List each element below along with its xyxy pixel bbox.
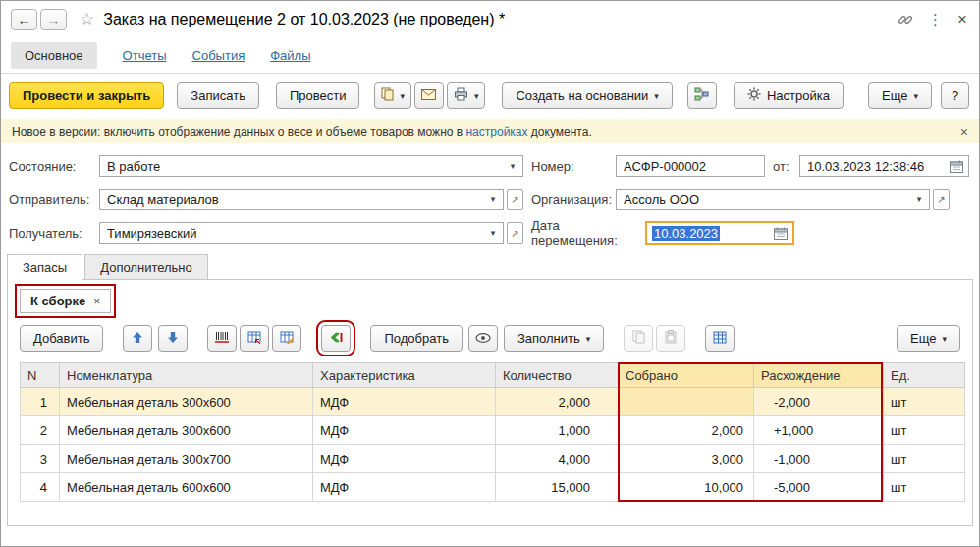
check-collected-button[interactable] [321,325,351,352]
cell-collected[interactable] [619,388,754,416]
header-collected[interactable]: Собрано [619,363,754,388]
cell-characteristic[interactable]: МДФ [313,388,496,416]
cell-quantity[interactable]: 1,000 [496,416,619,445]
fill-button[interactable]: Заполнить ▾ [504,325,604,352]
print-button[interactable]: ▾ [447,82,486,109]
cell-unit[interactable]: шт [884,416,965,445]
header-discrepancy[interactable]: Расхождение [754,363,884,388]
pick-items-button[interactable]: Подобрать [370,325,462,352]
tab-files[interactable]: Файлы [270,48,310,63]
open-receiver-button[interactable]: ↗ [507,222,523,244]
more-button[interactable]: Еще ▾ [868,82,932,109]
table-row[interactable]: 1 Мебельная деталь 300х600 МДФ 2,000 -2,… [21,388,965,416]
cell-discrepancy[interactable]: -2,000 [754,388,884,416]
banner-close-icon[interactable]: × [960,124,968,139]
filter-chip-to-assemble[interactable]: К сборке × [20,289,111,313]
cell-collected[interactable]: 3,000 [619,445,754,473]
receiver-label: Получатель: [9,226,99,241]
calendar-icon[interactable] [771,223,790,243]
scan-barcode-button[interactable] [207,325,237,352]
chevron-down-icon: ▾ [400,91,405,101]
banner-settings-link[interactable]: настройках [465,125,527,138]
table-row[interactable]: 3 Мебельная деталь 300х700 МДФ 4,000 3,0… [21,445,965,473]
move-row-up-button[interactable] [123,325,152,352]
forward-button[interactable]: → [40,9,67,30]
move-date-field[interactable]: 10.03.2023 [645,221,794,245]
mail-button[interactable] [414,82,444,109]
move-row-down-button[interactable] [158,325,188,352]
sender-field[interactable]: Склад материалов ▾ [99,189,504,210]
header-quantity[interactable]: Количество [496,363,619,388]
create-based-on-button[interactable]: Создать на основании ▾ [502,82,672,109]
header-unit[interactable]: Ед. [884,363,965,388]
cell-nomenclature[interactable]: Мебельная деталь 300х600 [60,416,313,445]
related-documents-button[interactable] [687,82,717,109]
cell-characteristic[interactable]: МДФ [313,445,496,473]
open-sender-button[interactable]: ↗ [507,189,523,210]
open-organization-button[interactable]: ↗ [933,189,950,210]
cell-discrepancy[interactable]: -5,000 [754,473,884,502]
cell-n[interactable]: 4 [21,473,60,502]
cell-collected[interactable]: 10,000 [619,473,754,502]
link-icon[interactable] [898,12,913,27]
help-button[interactable]: ? [941,82,969,109]
tab-main[interactable]: Основное [11,42,97,69]
filter-chip-close-icon[interactable]: × [93,295,100,308]
cell-characteristic[interactable]: МДФ [313,473,496,502]
table-row[interactable]: 4 Мебельная деталь 600х600 МДФ 15,000 10… [21,473,965,502]
cell-collected[interactable]: 2,000 [619,416,754,445]
save-button[interactable]: Записать [177,82,259,109]
add-row-button[interactable]: Добавить [20,325,103,352]
chevron-down-icon[interactable]: ▾ [485,194,501,204]
cell-unit[interactable]: шт [884,388,965,416]
copy-document-button[interactable]: ▾ [374,82,411,109]
settings-button[interactable]: Настройка [734,82,844,109]
copy-rows-button[interactable] [624,325,653,352]
table-settings-button[interactable] [705,325,735,352]
cell-unit[interactable]: шт [884,473,965,502]
post-button[interactable]: Провести [276,82,360,109]
cell-n[interactable]: 1 [21,388,60,416]
close-icon[interactable]: × [957,10,967,29]
chevron-down-icon[interactable]: ▾ [485,228,501,238]
chevron-down-icon[interactable]: ▾ [911,194,927,204]
calendar-icon[interactable] [947,156,966,176]
header-nomenclature[interactable]: Номенклатура [60,363,313,388]
structure-icon [694,87,709,104]
favorite-star-icon[interactable]: ☆ [80,9,94,29]
table-import-button[interactable] [240,325,269,352]
post-and-close-button[interactable]: Провести и закрыть [9,82,164,109]
tab-reports[interactable]: Отчеты [123,48,167,63]
header-characteristic[interactable]: Характеристика [313,363,496,388]
cell-nomenclature[interactable]: Мебельная деталь 300х700 [60,445,313,473]
table-edit-button[interactable] [272,325,301,352]
grid-more-button[interactable]: Еще ▾ [897,325,960,352]
tab-additional[interactable]: Дополнительно [84,254,208,280]
cell-nomenclature[interactable]: Мебельная деталь 600х600 [60,473,313,502]
kebab-menu-icon[interactable]: ⋮ [928,11,943,28]
receiver-field[interactable]: Тимирязевский ▾ [99,222,504,244]
state-field[interactable]: В работе ▾ [99,155,523,177]
table-import-icon [247,331,261,347]
chevron-down-icon[interactable]: ▾ [505,161,520,171]
cell-n[interactable]: 2 [21,416,60,445]
cell-discrepancy[interactable]: -1,000 [754,445,884,473]
cell-discrepancy[interactable]: +1,000 [754,416,884,445]
header-n[interactable]: N [21,363,60,388]
cell-n[interactable]: 3 [21,445,60,473]
table-row[interactable]: 2 Мебельная деталь 300х600 МДФ 1,000 2,0… [21,416,965,445]
view-button[interactable] [468,325,498,352]
tab-events[interactable]: События [192,48,245,63]
number-field[interactable]: АСФР-000002 [616,155,765,177]
back-button[interactable]: ← [11,9,37,30]
paste-rows-button[interactable] [656,325,685,352]
tab-inventory[interactable]: Запасы [7,254,82,280]
cell-characteristic[interactable]: МДФ [313,416,496,445]
cell-quantity[interactable]: 4,000 [496,445,619,473]
document-datetime-field[interactable]: 10.03.2023 12:38:46 [799,155,969,177]
cell-quantity[interactable]: 15,000 [496,473,619,502]
cell-unit[interactable]: шт [884,445,965,473]
cell-nomenclature[interactable]: Мебельная деталь 300х600 [60,388,313,416]
organization-field[interactable]: Ассоль ООО ▾ [616,189,930,210]
cell-quantity[interactable]: 2,000 [496,388,619,416]
